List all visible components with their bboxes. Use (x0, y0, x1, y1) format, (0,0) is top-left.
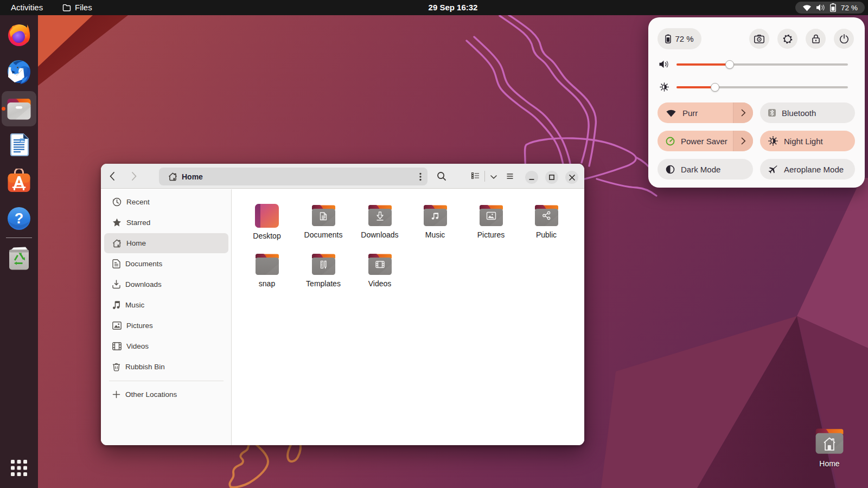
svg-text:?: ? (15, 210, 24, 227)
